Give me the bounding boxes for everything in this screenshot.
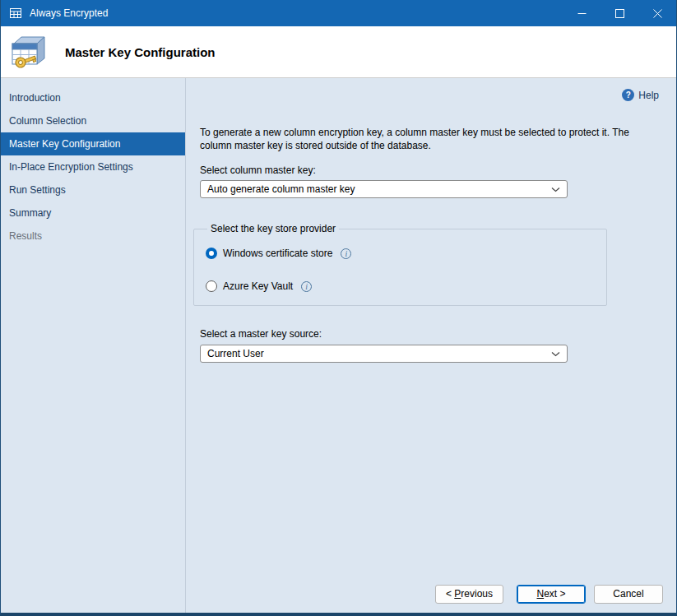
close-icon [653, 9, 662, 18]
radio-unselected-icon [206, 280, 217, 292]
column-master-key-label: Select column master key: [200, 164, 676, 176]
sidebar-item-results: Results [1, 225, 185, 248]
window-title: Always Encrypted [30, 7, 108, 19]
cancel-button[interactable]: Cancel [594, 585, 663, 604]
info-icon[interactable]: i [341, 248, 351, 259]
app-table-icon[interactable] [9, 7, 22, 20]
column-master-key-value: Auto generate column master key [207, 183, 551, 195]
next-button[interactable]: Next > [517, 585, 586, 604]
wizard-steps-sidebar: Introduction Column Selection Master Key… [1, 78, 186, 613]
chevron-down-icon [551, 187, 560, 192]
sidebar-item-in-place-encryption-settings[interactable]: In-Place Encryption Settings [1, 155, 185, 178]
key-store-provider-group-label: Select the key store provider [207, 223, 339, 234]
key-store-provider-group: Select the key store provider Windows ce… [193, 223, 607, 306]
radio-azure-key-vault[interactable]: Azure Key Vault i [206, 280, 596, 292]
azure-key-vault-label: Azure Key Vault [223, 280, 293, 292]
radio-selected-icon [206, 248, 217, 259]
maximize-button[interactable] [600, 0, 638, 26]
sidebar-item-run-settings[interactable]: Run Settings [1, 178, 185, 201]
intro-text: To generate a new column encryption key,… [200, 126, 657, 152]
help-icon: ? [622, 89, 634, 101]
always-encrypted-wizard-window: Always Encrypted [0, 0, 677, 616]
page-title: Master Key Configuration [65, 45, 216, 59]
table-key-icon [9, 33, 47, 71]
wizard-footer: < Previous Next > Cancel [186, 575, 676, 613]
sidebar-item-summary[interactable]: Summary [1, 201, 185, 225]
minimize-button[interactable] [563, 0, 600, 26]
master-key-configuration-panel: ? Help To generate a new column encrypti… [186, 78, 676, 575]
maximize-icon [615, 9, 624, 18]
sidebar-item-column-selection[interactable]: Column Selection [1, 109, 185, 132]
sidebar-item-master-key-configuration[interactable]: Master Key Configuration [1, 132, 185, 155]
help-label: Help [638, 90, 659, 101]
master-key-source-label: Select a master key source: [200, 328, 676, 340]
master-key-source-value: Current User [207, 348, 551, 359]
radio-windows-certificate-store[interactable]: Windows certificate store i [206, 248, 596, 259]
sidebar-item-introduction[interactable]: Introduction [1, 86, 185, 109]
previous-button[interactable]: < Previous [435, 585, 503, 604]
minimize-icon [577, 9, 587, 18]
windows-certificate-store-label: Windows certificate store [223, 248, 332, 259]
master-key-source-dropdown[interactable]: Current User [200, 345, 568, 363]
titlebar[interactable]: Always Encrypted [1, 0, 676, 26]
wizard-header: Master Key Configuration [1, 26, 676, 78]
info-icon[interactable]: i [301, 281, 312, 292]
help-link[interactable]: ? Help [186, 89, 659, 101]
column-master-key-dropdown[interactable]: Auto generate column master key [200, 180, 568, 198]
chevron-down-icon [551, 351, 560, 357]
close-button[interactable] [638, 0, 676, 26]
